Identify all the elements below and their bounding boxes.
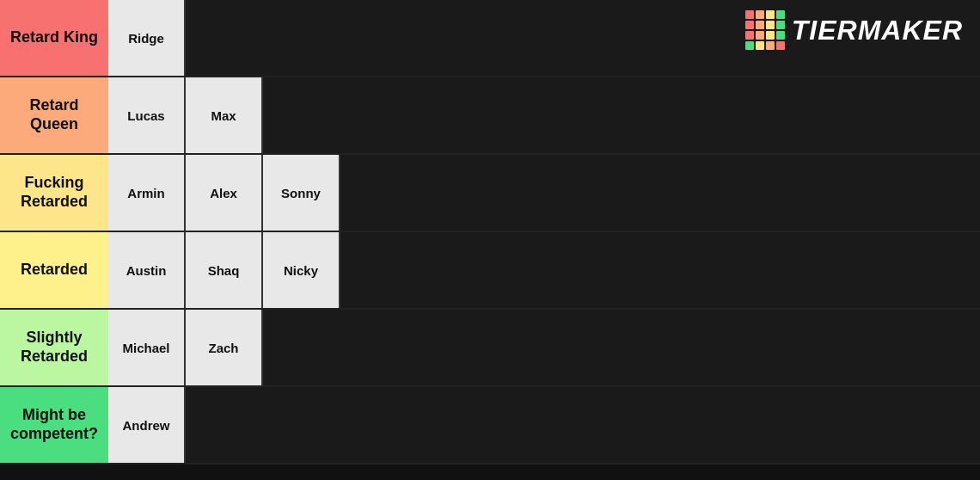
tier-label-retard-queen: Retard Queen bbox=[0, 77, 108, 153]
tier-label-retarded: Retarded bbox=[0, 232, 108, 308]
tier-row-fucking-retarded: Fucking RetardedArminAlexSonny bbox=[0, 155, 980, 232]
tier-items-fucking-retarded: ArminAlexSonny bbox=[108, 155, 980, 231]
tier-item[interactable]: Max bbox=[186, 77, 263, 153]
tier-label-slightly-retarded: Slightly Retarded bbox=[0, 310, 108, 385]
logo-grid-cell bbox=[756, 21, 764, 29]
tier-label-retard-king: Retard King bbox=[0, 0, 108, 76]
tier-item[interactable]: Austin bbox=[108, 232, 186, 308]
logo-grid-cell bbox=[756, 10, 764, 19]
tier-item[interactable]: Nicky bbox=[263, 232, 340, 308]
logo-grid-cell bbox=[776, 21, 785, 29]
logo-grid-cell bbox=[745, 21, 754, 29]
tier-item[interactable]: Alex bbox=[186, 155, 263, 231]
logo-grid bbox=[745, 10, 785, 50]
logo-grid-cell bbox=[766, 21, 775, 29]
tier-item[interactable]: Armin bbox=[108, 155, 186, 231]
logo-grid-cell bbox=[756, 41, 764, 50]
logo-grid-cell bbox=[776, 41, 785, 50]
tier-items-might-be-competent: Andrew bbox=[108, 387, 980, 463]
logo-grid-cell bbox=[745, 31, 754, 40]
tier-item[interactable]: Sonny bbox=[263, 155, 340, 231]
tier-empty-space bbox=[263, 310, 980, 385]
tier-label-might-be-competent: Might be competent? bbox=[0, 387, 108, 463]
tier-empty-space bbox=[340, 232, 980, 308]
logo-grid-cell bbox=[776, 10, 785, 19]
tier-row-might-be-competent: Might be competent?Andrew bbox=[0, 387, 980, 465]
tier-row-slightly-retarded: Slightly RetardedMichaelZach bbox=[0, 310, 980, 387]
tier-item[interactable]: Ridge bbox=[108, 0, 186, 76]
tier-items-retarded: AustinShaqNicky bbox=[108, 232, 980, 308]
logo-text: TiERMAKER bbox=[792, 15, 963, 46]
tier-label-fucking-retarded: Fucking Retarded bbox=[0, 155, 108, 231]
logo-grid-cell bbox=[756, 31, 764, 40]
page-container: TiERMAKER Retard KingRidgeRetard QueenLu… bbox=[0, 0, 980, 480]
tier-item[interactable]: Lucas bbox=[108, 77, 186, 153]
logo-grid-cell bbox=[745, 10, 754, 19]
logo-grid-cell bbox=[766, 41, 775, 50]
tier-row-retard-queen: Retard QueenLucasMax bbox=[0, 77, 980, 155]
logo-grid-cell bbox=[745, 41, 754, 50]
tier-items-slightly-retarded: MichaelZach bbox=[108, 310, 980, 385]
logo-grid-cell bbox=[776, 31, 785, 40]
tier-item[interactable]: Shaq bbox=[186, 232, 263, 308]
tier-row-retarded: RetardedAustinShaqNicky bbox=[0, 232, 980, 310]
tier-empty-space bbox=[186, 387, 980, 463]
tiermaker-logo: TiERMAKER bbox=[745, 10, 963, 50]
tier-table: Retard KingRidgeRetard QueenLucasMaxFuck… bbox=[0, 0, 980, 465]
tier-empty-space bbox=[340, 155, 980, 231]
tier-empty-space bbox=[263, 77, 980, 153]
tier-item[interactable]: Andrew bbox=[108, 387, 186, 463]
logo-grid-cell bbox=[766, 31, 775, 40]
tier-item[interactable]: Michael bbox=[108, 310, 186, 385]
logo-grid-cell bbox=[766, 10, 775, 19]
tier-items-retard-queen: LucasMax bbox=[108, 77, 980, 153]
tier-item[interactable]: Zach bbox=[186, 310, 263, 385]
